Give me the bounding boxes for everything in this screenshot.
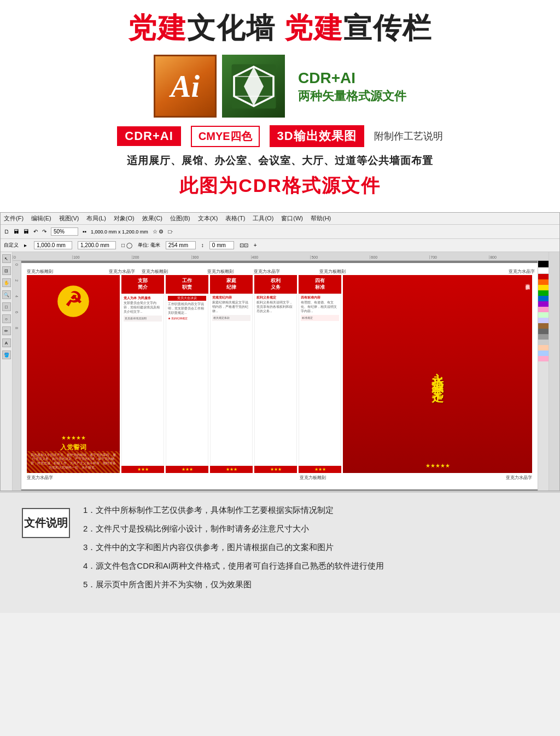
file-note-label: 文件说明 [22,508,70,538]
panel-jiating-header: 家庭纪律 [210,275,253,293]
menu-view[interactable]: 视图(V) [59,214,79,223]
tool-ellipse[interactable]: ○ [2,314,11,323]
panel-big-left: ☭ ★★★★★ 入党誓词 [27,275,120,473]
panel-gongzuo-header: 工作职责 [166,275,208,293]
ai-icon-label: Ai [171,69,200,104]
cdr-icon-svg [229,62,278,111]
panel-stripe [27,451,120,473]
zoom-input[interactable] [51,227,78,236]
panel-quanli-header: 权利义务 [254,275,297,293]
editor-ruler-top: 0 100 200 300 400 500 600 700 800 [13,252,549,261]
format-line2: 两种矢量格式源文件 [298,88,406,104]
file-note-title: 文件说明 [24,516,68,530]
editor-toolbar2: 自定义 ▸ □ ◯ 单位: 毫米 ↕ ⊡⊡ + [1,239,559,252]
annotation-row-top: 亚克力板雕刻 亚克力水晶字 亚克力板雕刻 亚克力板雕刻 亚克力水晶字 亚克力板雕… [21,263,538,275]
menu-layout[interactable]: 布局(L) [86,214,106,223]
panel-siyou-body: 四有标准内容 有理想、有道德、有文化、有纪律，相关说明文字内容... 标准规定 [299,294,341,466]
note-item-4: 4．源文件包含CDR和AI两种文件格式，使用者可自行选择自己熟悉的软件进行使用 [83,559,538,573]
editor-canvas-area: 0 100 200 300 400 500 600 700 800 02468 [13,252,549,491]
editor-right-panel [549,252,559,491]
format-text-block: CDR+AI 两种矢量格式源文件 [298,68,406,104]
menu-window[interactable]: 窗口(W) [281,214,303,223]
tag-note: 附制作工艺说明 [374,130,443,143]
tag-cdr-ai: CDR+AI [117,126,181,146]
editor-toolbar1: 🗋 🖬 🖬 ↶ ↷ ▪▪ 1,000.0 mm x 1,200.0 mm ☆ ⚙… [1,225,559,239]
pos-y-input[interactable] [209,241,234,249]
panel-zhifu-footer: ★★★ [121,466,164,473]
format-line1: CDR+AI [298,68,406,88]
color-palette [538,261,549,491]
menu-text[interactable]: 文本(X) [198,214,218,223]
height-input[interactable] [78,241,116,249]
panel-left-title: 入党誓词 [60,443,86,452]
panel-gongzuo-body: 党员大会决议 工作职责相关内容文字说明，党支部委员会工作相关职责规定... ★ … [166,294,208,466]
panel-quanli-body: 权利义务规定 权利义务相关说明文字，党员享有的各项权利和应尽的义务... [254,294,297,466]
top-section: 党建文化墙 党建宣传栏 Ai CDR+AI 两种矢量格式源文件 CDR+AI C [0,0,560,212]
bottom-section: 文件说明 1．文件中所标制作工艺仅供参考，具体制作工艺要根据实际情况制定 2．文… [0,493,560,613]
design-panels: ☭ ★★★★★ 入党誓词 [27,275,532,473]
note-item-2: 2．文件尺寸是投稿比例缩小设计，制作时请务必注意尺寸大小 [83,522,538,535]
tool-text[interactable]: A [2,338,11,347]
menu-edit[interactable]: 编辑(E) [31,214,51,223]
tool-pan[interactable]: ✋ [2,278,11,287]
editor-menubar: 文件(F) 编辑(E) 视图(V) 布局(L) 对象(O) 效果(C) 位图(B… [1,213,559,225]
tool-rect[interactable]: □ [2,302,11,311]
left-ruler: 02468 [13,261,21,491]
tag-3d: 3D输出效果图 [270,125,364,147]
design-canvas: 亚克力板雕刻 亚克力水晶字 亚克力板雕刻 亚克力板雕刻 亚克力水晶字 亚克力板雕… [21,263,538,489]
panel-jiating-body: 党规党纪内容 家庭纪律相关规定文字说明内容，严格遵守党的纪律... 相关规定条款 [210,294,253,466]
panel-siyou-footer: ★★★ [299,466,341,473]
tool-node[interactable]: ⊡ [2,266,11,275]
notes-list: 1．文件中所标制作工艺仅供参考，具体制作工艺要根据实际情况制定 2．文件尺寸是投… [83,504,538,597]
svg-text:☭: ☭ [65,288,82,311]
icons-row: Ai CDR+AI 两种矢量格式源文件 [22,55,538,118]
editor-section: 文件(F) 编辑(E) 视图(V) 布局(L) 对象(O) 效果(C) 位图(B… [0,212,560,491]
width-input[interactable] [34,241,72,249]
panel-gongzuo-footer: ★★★ [166,466,208,473]
note-item-1: 1．文件中所标制作工艺仅供参考，具体制作工艺要根据实际情况制定 [83,504,538,517]
panel-jiating: 家庭纪律 党规党纪内容 家庭纪律相关规定文字说明内容，严格遵守党的纪律... 相… [210,275,253,473]
tool-fill[interactable]: 🪣 [2,351,11,359]
editor-canvas-inner: 02468 亚克力板雕刻 亚克力水晶字 亚克力板雕刻 亚克力板雕刻 亚克力水晶字… [13,261,549,491]
tool-pen[interactable]: ✏ [2,326,11,335]
subtitle: 适用展厅、展馆、办公室、会议室、大厅、过道等公共墙面布置 [22,154,538,168]
menu-file[interactable]: 文件(F) [4,214,24,223]
tag-cmye: CMYE四色 [191,126,260,147]
panel-siyou: 四有标准 四有标准内容 有理想、有道德、有文化、有纪律，相关说明文字内容... … [299,275,341,473]
cdr-icon [222,55,285,118]
panel-quanli: 权利义务 权利义务规定 权利义务相关说明文字，党员享有的各项权利和应尽的义务..… [254,275,297,473]
tags-row: CDR+AI CMYE四色 3D输出效果图 附制作工艺说明 [22,125,538,147]
panel-gongzuo: 工作职责 党员大会决议 工作职责相关内容文字说明，党支部委员会工作相关职责规定.… [166,275,208,473]
ai-icon: Ai [154,55,217,118]
panel-right-subtext: 跟党走 共筑中国梦 [524,281,530,282]
title-red-2: 党建 [284,12,343,44]
menu-table[interactable]: 表格(T) [225,214,245,223]
party-emblem: ☭ [57,285,90,318]
menu-object[interactable]: 对象(O) [114,214,135,223]
panel-zhifu-body: 党人为本 为民服务 支部委员会简介文字内容，党组织建设情况及相关介绍文字... … [121,294,164,466]
menu-effect[interactable]: 效果(C) [142,214,162,223]
note-item-5: 5．展示页中所含图片并不为实物，仅为效果图 [83,578,538,591]
panel-right-text: 永远跟党走 [431,363,444,385]
panel-right-stars: ★★★★★ [343,463,532,469]
annotation-row-bottom: 亚克力水晶字 亚克力板雕刻 亚克力水晶字 [27,474,532,489]
note-item-3: 3．文件中的文字和图片内容仅供参考，图片请根据自己的文案和图片 [83,541,538,554]
pos-x-input[interactable] [166,241,196,249]
panel-zhifu-header: 支部简介 [121,275,164,293]
menu-bitmap[interactable]: 位图(B) [170,214,190,223]
editor-body: ↖ ⊡ ✋ 🔍 □ ○ ✏ A 🪣 0 100 200 300 400 500 [1,252,559,491]
tool-arrow[interactable]: ↖ [2,254,11,263]
panel-jiating-footer: ★★★ [210,466,253,473]
panel-big-right: 永远跟党走 跟党走 共筑中国梦 ★★★★★ [343,275,532,473]
panel-zhifu: 支部简介 党人为本 为民服务 支部委员会简介文字内容，党组织建设情况及相关介绍文… [121,275,164,473]
main-title: 党建文化墙 党建宣传栏 [22,11,538,45]
tool-zoom[interactable]: 🔍 [2,290,11,299]
menu-help[interactable]: 帮助(H) [311,214,331,223]
big-notice: 此图为CDR格式源文件 [22,173,538,198]
editor-left-panel: ↖ ⊡ ✋ 🔍 □ ○ ✏ A 🪣 [1,252,13,491]
panel-quanli-footer: ★★★ [254,466,297,473]
title-red-1: 党建 [128,12,187,44]
panel-stars: ★★★★★ [61,435,86,441]
menu-tools[interactable]: 工具(O) [253,214,273,223]
panel-siyou-header: 四有标准 [299,275,341,293]
